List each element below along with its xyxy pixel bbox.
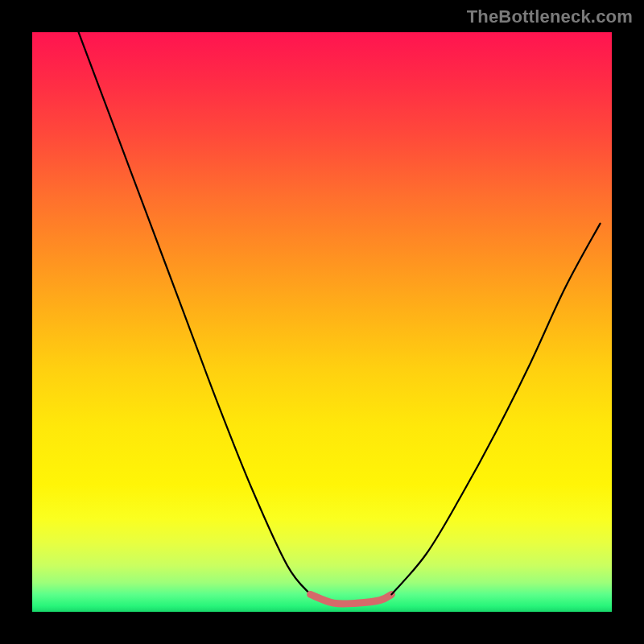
plot-area [32, 32, 612, 612]
series-valley-floor [311, 594, 392, 604]
chart-frame: TheBottleneck.com [0, 0, 644, 644]
series-left-branch [79, 32, 311, 594]
watermark-text: TheBottleneck.com [467, 6, 633, 27]
series-right-branch [391, 224, 600, 595]
curve-svg [32, 32, 612, 612]
curve-group [79, 32, 601, 604]
